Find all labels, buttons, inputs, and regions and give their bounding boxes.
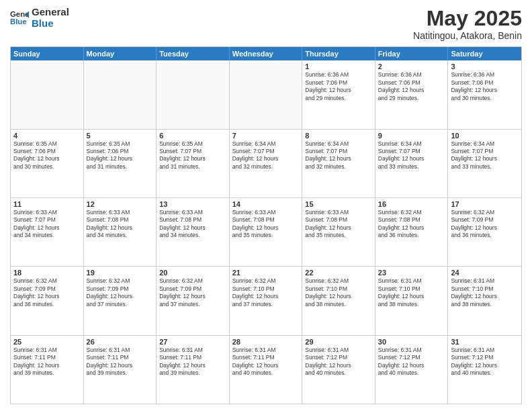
logo-general: General <box>32 7 69 18</box>
day-info: Sunrise: 6:31 AM Sunset: 7:10 PM Dayligh… <box>378 277 445 308</box>
day-info: Sunrise: 6:31 AM Sunset: 7:11 PM Dayligh… <box>232 347 300 377</box>
calendar-body: 1Sunrise: 6:36 AM Sunset: 7:06 PM Daylig… <box>11 60 521 404</box>
calendar-cell: 3Sunrise: 6:36 AM Sunset: 7:06 PM Daylig… <box>448 60 521 128</box>
day-info: Sunrise: 6:35 AM Sunset: 7:07 PM Dayligh… <box>159 140 226 171</box>
calendar-cell: 17Sunrise: 6:32 AM Sunset: 7:09 PM Dayli… <box>448 198 521 266</box>
day-number: 23 <box>378 269 445 277</box>
calendar-cell: 7Sunrise: 6:34 AM Sunset: 7:07 PM Daylig… <box>230 130 303 197</box>
day-number: 7 <box>232 132 300 140</box>
calendar-cell: 13Sunrise: 6:33 AM Sunset: 7:08 PM Dayli… <box>157 198 230 266</box>
col-header-tuesday: Tuesday <box>157 47 230 60</box>
calendar-cell: 12Sunrise: 6:33 AM Sunset: 7:08 PM Dayli… <box>84 198 157 266</box>
calendar-cell <box>157 60 230 128</box>
calendar-row-5: 25Sunrise: 6:31 AM Sunset: 7:11 PM Dayli… <box>11 336 521 404</box>
day-info: Sunrise: 6:36 AM Sunset: 7:06 PM Dayligh… <box>451 71 519 102</box>
calendar-cell <box>230 60 303 128</box>
col-header-thursday: Thursday <box>302 47 375 60</box>
day-number: 4 <box>13 132 81 140</box>
calendar-cell: 2Sunrise: 6:36 AM Sunset: 7:06 PM Daylig… <box>375 60 449 128</box>
calendar-cell: 11Sunrise: 6:33 AM Sunset: 7:07 PM Dayli… <box>11 198 84 266</box>
calendar-cell: 25Sunrise: 6:31 AM Sunset: 7:11 PM Dayli… <box>11 336 84 404</box>
col-header-wednesday: Wednesday <box>230 47 303 60</box>
day-number: 2 <box>378 62 445 71</box>
calendar-cell: 18Sunrise: 6:32 AM Sunset: 7:09 PM Dayli… <box>11 267 84 334</box>
col-header-sunday: Sunday <box>11 47 84 60</box>
logo: General Blue General Blue <box>10 7 69 29</box>
day-number: 31 <box>451 338 519 346</box>
calendar-cell: 14Sunrise: 6:33 AM Sunset: 7:08 PM Dayli… <box>230 198 303 266</box>
col-header-saturday: Saturday <box>448 47 521 60</box>
calendar-row-1: 1Sunrise: 6:36 AM Sunset: 7:06 PM Daylig… <box>11 60 521 129</box>
day-info: Sunrise: 6:33 AM Sunset: 7:08 PM Dayligh… <box>232 209 300 240</box>
calendar-cell <box>84 60 157 128</box>
calendar-cell <box>11 60 84 128</box>
day-info: Sunrise: 6:32 AM Sunset: 7:09 PM Dayligh… <box>13 277 81 308</box>
calendar-cell: 20Sunrise: 6:32 AM Sunset: 7:09 PM Dayli… <box>157 267 230 334</box>
month-title: May 2025 <box>413 7 522 30</box>
calendar-row-2: 4Sunrise: 6:35 AM Sunset: 7:06 PM Daylig… <box>11 130 521 198</box>
calendar-cell: 21Sunrise: 6:32 AM Sunset: 7:10 PM Dayli… <box>230 267 303 334</box>
calendar-row-3: 11Sunrise: 6:33 AM Sunset: 7:07 PM Dayli… <box>11 198 521 267</box>
day-info: Sunrise: 6:36 AM Sunset: 7:06 PM Dayligh… <box>378 71 445 102</box>
calendar-cell: 28Sunrise: 6:31 AM Sunset: 7:11 PM Dayli… <box>230 336 303 404</box>
day-info: Sunrise: 6:33 AM Sunset: 7:08 PM Dayligh… <box>87 209 154 240</box>
day-info: Sunrise: 6:33 AM Sunset: 7:08 PM Dayligh… <box>159 209 226 240</box>
day-info: Sunrise: 6:33 AM Sunset: 7:07 PM Dayligh… <box>13 209 81 240</box>
day-info: Sunrise: 6:32 AM Sunset: 7:10 PM Dayligh… <box>305 277 372 308</box>
calendar-cell: 15Sunrise: 6:33 AM Sunset: 7:08 PM Dayli… <box>302 198 375 266</box>
day-info: Sunrise: 6:33 AM Sunset: 7:08 PM Dayligh… <box>305 209 372 240</box>
calendar-cell: 9Sunrise: 6:34 AM Sunset: 7:07 PM Daylig… <box>375 130 449 197</box>
day-info: Sunrise: 6:32 AM Sunset: 7:10 PM Dayligh… <box>232 277 300 308</box>
day-number: 18 <box>13 269 81 277</box>
day-info: Sunrise: 6:34 AM Sunset: 7:07 PM Dayligh… <box>378 140 445 171</box>
day-info: Sunrise: 6:34 AM Sunset: 7:07 PM Dayligh… <box>451 140 519 171</box>
calendar-cell: 23Sunrise: 6:31 AM Sunset: 7:10 PM Dayli… <box>375 267 449 334</box>
day-number: 28 <box>232 338 300 346</box>
day-info: Sunrise: 6:31 AM Sunset: 7:11 PM Dayligh… <box>87 347 154 377</box>
calendar-header-row: SundayMondayTuesdayWednesdayThursdayFrid… <box>11 47 521 60</box>
calendar-cell: 10Sunrise: 6:34 AM Sunset: 7:07 PM Dayli… <box>448 130 521 197</box>
calendar-cell: 1Sunrise: 6:36 AM Sunset: 7:06 PM Daylig… <box>302 60 375 128</box>
day-info: Sunrise: 6:31 AM Sunset: 7:12 PM Dayligh… <box>451 347 519 377</box>
day-number: 25 <box>13 338 81 346</box>
day-info: Sunrise: 6:32 AM Sunset: 7:08 PM Dayligh… <box>378 209 445 240</box>
day-number: 16 <box>378 200 445 208</box>
logo-blue: Blue <box>32 18 69 30</box>
day-info: Sunrise: 6:32 AM Sunset: 7:09 PM Dayligh… <box>87 277 154 308</box>
calendar-cell: 24Sunrise: 6:31 AM Sunset: 7:10 PM Dayli… <box>448 267 521 334</box>
day-info: Sunrise: 6:31 AM Sunset: 7:11 PM Dayligh… <box>13 347 81 377</box>
header: General Blue General Blue May 2025 Natit… <box>10 7 522 41</box>
title-block: May 2025 Natitingou, Atakora, Benin <box>413 7 522 41</box>
day-number: 6 <box>159 132 226 140</box>
location-subtitle: Natitingou, Atakora, Benin <box>413 30 522 41</box>
day-info: Sunrise: 6:35 AM Sunset: 7:06 PM Dayligh… <box>13 140 81 171</box>
day-number: 30 <box>378 338 445 346</box>
day-number: 9 <box>378 132 445 140</box>
calendar-cell: 5Sunrise: 6:35 AM Sunset: 7:06 PM Daylig… <box>84 130 157 197</box>
day-info: Sunrise: 6:31 AM Sunset: 7:12 PM Dayligh… <box>378 347 445 377</box>
day-number: 10 <box>451 132 519 140</box>
day-info: Sunrise: 6:31 AM Sunset: 7:12 PM Dayligh… <box>305 347 372 377</box>
day-number: 24 <box>451 269 519 277</box>
calendar: SundayMondayTuesdayWednesdayThursdayFrid… <box>10 46 522 404</box>
day-info: Sunrise: 6:31 AM Sunset: 7:11 PM Dayligh… <box>159 347 226 377</box>
calendar-row-4: 18Sunrise: 6:32 AM Sunset: 7:09 PM Dayli… <box>11 267 521 335</box>
page: General Blue General Blue May 2025 Natit… <box>0 0 532 411</box>
day-number: 1 <box>305 62 372 71</box>
day-number: 12 <box>87 200 154 208</box>
day-number: 11 <box>13 200 81 208</box>
day-info: Sunrise: 6:32 AM Sunset: 7:09 PM Dayligh… <box>451 209 519 240</box>
day-number: 15 <box>305 200 372 208</box>
calendar-cell: 19Sunrise: 6:32 AM Sunset: 7:09 PM Dayli… <box>84 267 157 334</box>
day-number: 27 <box>159 338 226 346</box>
day-number: 26 <box>87 338 154 346</box>
day-number: 22 <box>305 269 372 277</box>
day-number: 8 <box>305 132 372 140</box>
day-number: 14 <box>232 200 300 208</box>
col-header-monday: Monday <box>84 47 157 60</box>
col-header-friday: Friday <box>375 47 449 60</box>
day-number: 5 <box>87 132 154 140</box>
calendar-cell: 30Sunrise: 6:31 AM Sunset: 7:12 PM Dayli… <box>375 336 449 404</box>
logo-icon: General Blue <box>10 9 29 28</box>
day-number: 3 <box>451 62 519 71</box>
